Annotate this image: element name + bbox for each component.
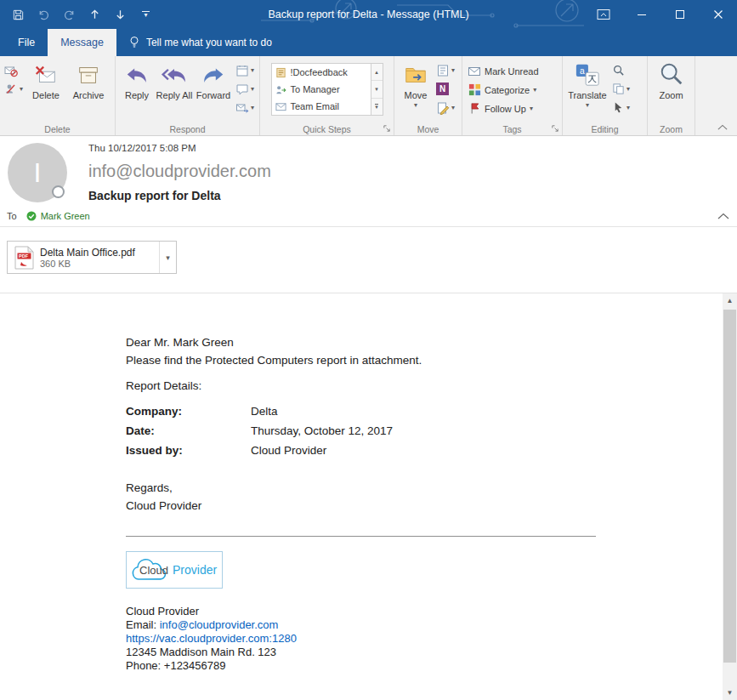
tab-message[interactable]: Message <box>48 29 116 56</box>
actions-button[interactable]: ▾ <box>434 100 456 116</box>
delete-button[interactable]: Delete <box>25 59 67 118</box>
intro-line: Please find the Protected Computers repo… <box>126 351 723 369</box>
related-button[interactable]: ▾ <box>609 81 632 97</box>
scroll-down-button[interactable]: ▼ <box>723 686 737 700</box>
translate-button[interactable]: a Translate ▾ <box>565 59 609 118</box>
find-icon <box>611 64 625 77</box>
quick-access-toolbar: ▾ <box>0 8 153 22</box>
undo-button[interactable] <box>37 8 51 22</box>
chevron-down-icon: ▾ <box>20 85 23 93</box>
detail-row: Company: Delta <box>126 401 723 421</box>
delete-small-buttons: ▾ <box>3 59 25 97</box>
reply-button[interactable]: Reply <box>118 59 156 118</box>
vertical-scrollbar[interactable]: ▲ ▼ <box>723 293 737 700</box>
signature-divider <box>126 536 596 537</box>
reply-all-button[interactable]: Reply All <box>156 59 193 118</box>
follow-up-button[interactable]: Follow Up ▾ <box>465 100 541 117</box>
tab-file[interactable]: File <box>5 29 48 56</box>
follow-up-flag-icon <box>468 102 481 116</box>
collapse-header-button[interactable] <box>717 213 729 219</box>
quick-step-label: To Manager <box>291 84 340 94</box>
close-button[interactable] <box>699 0 737 29</box>
editing-small-buttons: ▾ ▾ <box>609 59 632 116</box>
translate-button-label: Translate <box>568 90 606 100</box>
quick-steps-dialog-launcher[interactable] <box>382 123 392 134</box>
redo-button[interactable] <box>62 8 77 22</box>
move-group-label: Move <box>394 124 462 134</box>
quick-step-to-manager[interactable]: To Manager <box>272 81 371 98</box>
team-email-icon <box>275 101 286 112</box>
previous-item-button[interactable] <box>88 8 102 22</box>
actions-icon <box>436 101 450 115</box>
chevron-down-icon: ▾ <box>530 105 533 112</box>
meeting-button[interactable]: ▾ <box>234 62 256 78</box>
signature-email-link[interactable]: info@cloudprovider.com <box>160 618 279 631</box>
find-button[interactable] <box>609 62 632 78</box>
sender-email[interactable]: info@cloudprovider.com <box>88 162 271 181</box>
select-button[interactable]: ▾ <box>609 100 632 116</box>
detail-label: Date: <box>126 421 251 441</box>
chevron-down-icon: ▾ <box>251 66 254 74</box>
junk-icon <box>4 83 18 96</box>
minimize-button[interactable] <box>622 0 660 29</box>
recipient-name[interactable]: Mark Green <box>41 211 90 221</box>
scrollbar-thumb[interactable] <box>723 310 736 663</box>
more-respond-actions-button[interactable]: ▾ <box>234 100 256 116</box>
tell-me-box[interactable]: Tell me what you want to do <box>128 29 272 56</box>
reading-pane: Dear Mr. Mark Green Please find the Prot… <box>0 293 737 700</box>
onenote-icon: N <box>436 83 449 95</box>
detail-value: Cloud Provider <box>251 441 326 460</box>
tags-buttons: Mark Unread Categorize ▾ Follow Up ▾ <box>465 59 541 117</box>
chevron-down-icon: ▾ <box>533 86 536 94</box>
quick-step-docfeedback[interactable]: !Docfeedback <box>272 64 371 81</box>
quick-step-label: Team Email <box>291 101 339 111</box>
maximize-icon <box>676 10 684 19</box>
save-button[interactable] <box>11 8 26 22</box>
onenote-button[interactable]: N <box>434 81 456 97</box>
move-button-label: Move <box>405 90 428 100</box>
gallery-more-button[interactable]: ▾ <box>371 99 383 115</box>
signature-address: 12345 Maddison Main Rd. 123 <box>126 646 723 659</box>
signature-url-link[interactable]: https://vac.cloudprovider.com:1280 <box>126 632 297 645</box>
gallery-scroll-up-button[interactable]: ▴ <box>371 64 383 81</box>
maximize-button[interactable] <box>660 0 699 29</box>
attachment-card[interactable]: PDF Delta Main Office.pdf 360 KB ▾ <box>7 241 177 274</box>
reply-all-icon <box>161 61 188 88</box>
ribbon-display-options-button[interactable] <box>584 0 622 29</box>
archive-button[interactable]: Archive <box>67 59 110 118</box>
svg-text:a: a <box>580 66 585 76</box>
attachments-area: PDF Delta Main Office.pdf 360 KB ▾ <box>0 227 737 293</box>
forward-button[interactable]: Forward <box>193 59 234 118</box>
ribbon-tab-row: File Message Tell me what you want to do <box>0 29 737 56</box>
tags-group-label: Tags <box>462 124 562 134</box>
respond-group-label: Respond <box>116 124 259 134</box>
gallery-scroll-down-button[interactable]: ▾ <box>371 81 383 98</box>
ribbon: ▾ Delete Archive Delete <box>0 56 737 136</box>
message-subject: Backup report for Delta <box>88 189 221 202</box>
move-button[interactable]: Move ▾ <box>397 59 434 118</box>
next-item-button[interactable] <box>113 8 128 22</box>
signature-block: Cloud Provider Email: info@cloudprovider… <box>126 605 723 673</box>
categorize-button[interactable]: Categorize ▾ <box>465 81 541 99</box>
lightbulb-icon <box>128 36 140 49</box>
categorize-label: Categorize <box>485 85 530 95</box>
regards-name: Cloud Provider <box>126 497 723 515</box>
close-icon <box>713 9 723 20</box>
junk-button[interactable]: ▾ <box>3 81 25 97</box>
presence-badge <box>52 185 65 198</box>
ignore-button[interactable] <box>3 62 25 78</box>
im-button[interactable]: ▾ <box>234 81 256 97</box>
quick-step-team-email[interactable]: Team Email <box>272 98 371 115</box>
scroll-up-button[interactable]: ▲ <box>723 293 737 308</box>
rules-button[interactable]: ▾ <box>434 62 456 78</box>
zoom-button-label: Zoom <box>659 90 683 100</box>
chevron-down-icon: ▾ <box>451 66 455 74</box>
recipient-line: To Mark Green <box>7 211 90 221</box>
zoom-button[interactable]: Zoom <box>650 59 692 118</box>
zoom-icon <box>658 61 685 88</box>
customize-quick-access-button[interactable]: ▾ <box>139 8 153 22</box>
collapse-ribbon-button[interactable] <box>715 121 730 133</box>
attachment-options-button[interactable]: ▾ <box>159 242 176 273</box>
mark-unread-button[interactable]: Mark Unread <box>465 62 541 80</box>
tags-dialog-launcher[interactable] <box>550 123 560 134</box>
